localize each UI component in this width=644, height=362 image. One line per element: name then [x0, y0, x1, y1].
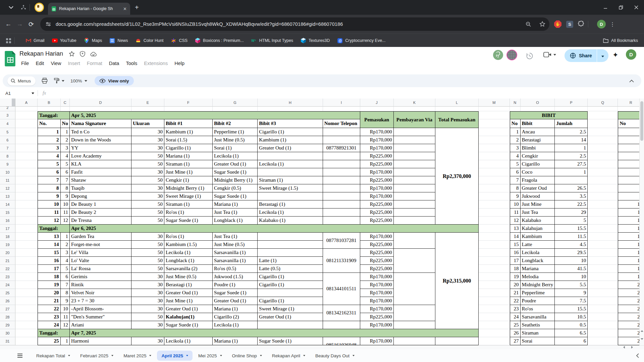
cell[interactable]: [15, 128, 38, 136]
cell[interactable]: [479, 192, 510, 200]
header-no[interactable]: No.: [38, 119, 60, 128]
row-no2[interactable]: 3: [61, 144, 70, 152]
signature-name[interactable]: Harmoni: [70, 337, 131, 345]
ukuran[interactable]: 50: [131, 265, 164, 273]
row-no2[interactable]: 1: [61, 337, 70, 345]
pembayaran-via[interactable]: [394, 305, 436, 321]
bibit-name[interactable]: Ancau: [521, 128, 555, 136]
row-no[interactable]: 5: [38, 160, 60, 168]
row-header-7[interactable]: 7: [0, 144, 15, 152]
cell[interactable]: [479, 273, 510, 281]
row-no2[interactable]: 9: [61, 297, 70, 305]
row-header-17[interactable]: 17: [0, 225, 15, 233]
row-no[interactable]: 11: [38, 208, 60, 217]
browser-menu-icon[interactable]: ⋮: [610, 21, 615, 27]
signature-name[interactable]: Gerimis: [70, 273, 131, 281]
ukuran[interactable]: 50: [131, 160, 164, 168]
row-header-27[interactable]: 27: [0, 305, 15, 313]
phone-number[interactable]: 085161026948: [323, 337, 360, 345]
browser-profile-avatar[interactable]: D: [597, 20, 606, 28]
forward-icon[interactable]: →: [14, 20, 25, 28]
cell[interactable]: [15, 192, 38, 200]
bibit-no[interactable]: 11: [510, 208, 521, 217]
pemasukan[interactable]: Rp225,000: [360, 313, 394, 321]
pembayaran-via[interactable]: [394, 249, 436, 273]
cell[interactable]: [588, 168, 618, 176]
cell[interactable]: [15, 168, 38, 176]
menu-insert[interactable]: Insert: [66, 60, 83, 67]
cell[interactable]: [479, 184, 510, 192]
zoom-select[interactable]: 100%: [70, 78, 87, 83]
cell[interactable]: [588, 192, 618, 200]
ukuran[interactable]: 50: [131, 208, 164, 217]
row-no2[interactable]: 6: [61, 168, 70, 176]
cell[interactable]: [15, 273, 38, 281]
pemasukan[interactable]: Rp225,000: [360, 241, 394, 249]
cell[interactable]: [510, 107, 521, 111]
row-no[interactable]: 7: [38, 176, 60, 184]
bibit3[interactable]: Cigarillo (1): [258, 281, 323, 289]
view-only-badge[interactable]: View only: [95, 76, 134, 85]
cell[interactable]: [479, 160, 510, 168]
bibit2[interactable]: Jukwood (1.5): [213, 273, 258, 281]
bibit3[interactable]: Lecikola (1): [258, 208, 323, 217]
tanggal-label[interactable]: Tanggal:: [38, 225, 70, 233]
version-history-icon[interactable]: [525, 52, 534, 60]
bibit1[interactable]: Just Mine (0.5): [164, 273, 213, 281]
cell[interactable]: [323, 136, 360, 144]
bibit2[interactable]: Midnight Berry (1): [213, 176, 258, 184]
cell[interactable]: [323, 321, 360, 329]
cell[interactable]: [588, 241, 618, 249]
bibit-no[interactable]: 14: [510, 233, 521, 241]
new-tab-button[interactable]: +: [135, 4, 139, 11]
bibit2[interactable]: Sugar Suede (1): [213, 192, 258, 200]
cell[interactable]: [38, 107, 60, 111]
bibit-no[interactable]: 9: [510, 192, 521, 200]
bibit-jumlah[interactable]: 7.5: [555, 297, 588, 305]
row-no[interactable]: 13: [38, 233, 60, 241]
column-header-C[interactable]: C: [61, 99, 70, 107]
bibit-name[interactable]: Midnight Berry: [521, 281, 555, 289]
bibit-name[interactable]: Just Tea: [521, 208, 555, 217]
bibit-name[interactable]: Sarsavanilla: [521, 313, 555, 321]
bibit3[interactable]: [258, 168, 323, 176]
bibit-name[interactable]: Sorai: [521, 337, 555, 345]
cell[interactable]: [15, 329, 38, 337]
bibit2[interactable]: Just Tea (1): [213, 208, 258, 217]
row-no[interactable]: 9: [38, 192, 60, 200]
cell[interactable]: [588, 281, 618, 289]
signature-name[interactable]: Sharaw: [70, 176, 131, 184]
bibit-header-no[interactable]: No: [510, 119, 521, 128]
bibit-no[interactable]: 7: [510, 176, 521, 184]
header-bibit1[interactable]: Bibit #1: [164, 119, 213, 128]
bibit-header-jumlah[interactable]: Jumlah: [555, 119, 588, 128]
cell[interactable]: [479, 168, 510, 176]
cell[interactable]: [588, 144, 618, 152]
signature-name[interactable]: Fasfit: [70, 168, 131, 176]
row-no2[interactable]: 3: [61, 249, 70, 257]
cell[interactable]: [588, 289, 618, 297]
ukuran[interactable]: 50: [131, 176, 164, 184]
row-header-14[interactable]: 14: [0, 200, 15, 208]
row-header-2[interactable]: 2: [0, 107, 15, 111]
cell[interactable]: [588, 136, 618, 144]
cell[interactable]: [15, 321, 38, 329]
bibit-name[interactable]: Pepperlime: [521, 289, 555, 297]
bibit-jumlah[interactable]: [555, 176, 588, 184]
cell[interactable]: [61, 107, 70, 111]
row-no[interactable]: 25: [38, 337, 60, 345]
menu-format[interactable]: Format: [85, 60, 105, 67]
pembayaran-via[interactable]: [394, 337, 436, 345]
pemasukan[interactable]: Rp170,000: [360, 168, 394, 176]
bibit-jumlah[interactable]: 5: [555, 217, 588, 225]
row-no[interactable]: 17: [38, 265, 60, 273]
cell[interactable]: [394, 107, 436, 111]
cell[interactable]: [588, 119, 618, 128]
pinned-favicon[interactable]: [35, 3, 44, 12]
cell[interactable]: [588, 321, 618, 329]
row-no2[interactable]: 7: [61, 281, 70, 289]
signature-name[interactable]: De Tresna: [70, 217, 131, 225]
reload-icon[interactable]: ⟳: [25, 20, 37, 28]
collaborator-avatar[interactable]: [493, 50, 503, 60]
sheet-tab-rekapan-total[interactable]: Rekapan Total: [32, 351, 74, 361]
